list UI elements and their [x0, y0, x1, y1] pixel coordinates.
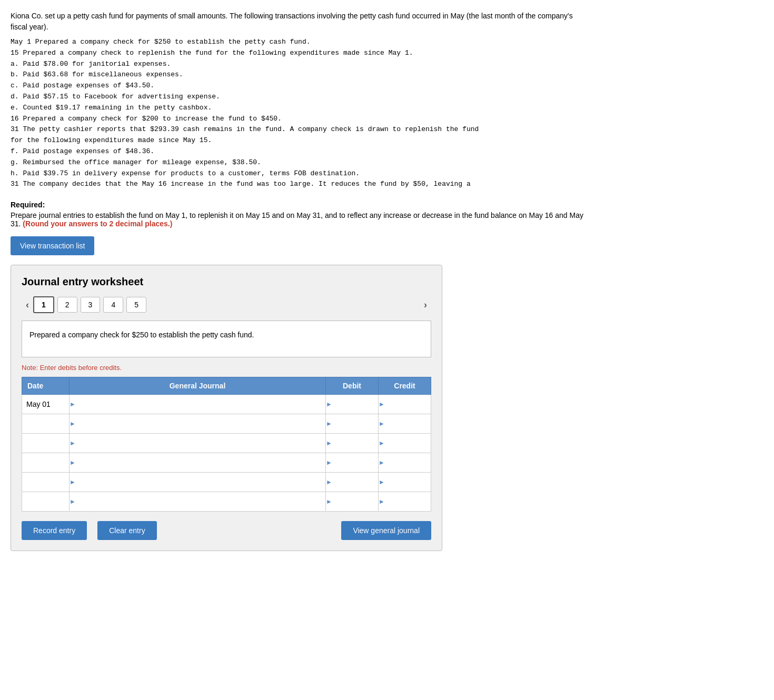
credit-cell-6[interactable]: ►	[379, 492, 431, 512]
arrow-debit-icon-1: ►	[326, 401, 332, 408]
debit-cell-4[interactable]: ►	[326, 453, 379, 473]
debit-cell-2[interactable]: ►	[326, 414, 379, 434]
clear-entry-button[interactable]: Clear entry	[97, 521, 156, 540]
arrow-credit-icon-5: ►	[379, 478, 385, 486]
view-transaction-button[interactable]: View transaction list	[11, 236, 94, 255]
round-note: (Round your answers to 2 decimal places.…	[23, 219, 172, 228]
entry-input-1[interactable]	[78, 395, 325, 414]
required-text: Prepare journal entries to establish the…	[11, 211, 590, 228]
credit-input-2[interactable]	[387, 414, 431, 433]
entry-input-6[interactable]	[78, 492, 325, 511]
transaction-line-5: c. Paid postage expenses of $43.50.	[11, 81, 590, 92]
entry-cell-1[interactable]: ►	[70, 395, 326, 414]
intro-text: Kiona Co. set up a petty cash fund for p…	[11, 11, 590, 33]
transaction-line-10: for the following expenditures made sinc…	[11, 135, 590, 146]
credit-cell-1[interactable]: ►	[379, 395, 431, 414]
credit-input-3[interactable]	[387, 434, 431, 453]
entry-description: Prepared a company check for $250 to est…	[22, 321, 431, 357]
arrow-credit-icon-2: ►	[379, 420, 385, 427]
table-row: ► ► ►	[22, 492, 431, 512]
credit-cell-3[interactable]: ►	[379, 434, 431, 453]
tab-button-3[interactable]: 3	[81, 297, 101, 313]
table-row: ► ► ►	[22, 473, 431, 492]
arrow-debit-icon-3: ►	[326, 439, 332, 447]
arrow-debit-icon-4: ►	[326, 459, 332, 466]
col-header-credit: Credit	[379, 377, 431, 395]
entry-cell-3[interactable]: ►	[70, 434, 326, 453]
entry-cell-6[interactable]: ►	[70, 492, 326, 512]
debit-input-1[interactable]	[334, 395, 378, 414]
arrow-debit-icon-6: ►	[326, 498, 332, 505]
col-header-general-journal: General Journal	[70, 377, 326, 395]
col-header-debit: Debit	[326, 377, 379, 395]
arrow-debit-icon-5: ►	[326, 478, 332, 486]
journal-table: Date General Journal Debit Credit May 01…	[22, 377, 431, 512]
tab-next-arrow[interactable]: ›	[420, 297, 431, 313]
tab-button-4[interactable]: 4	[103, 297, 123, 313]
tab-button-5[interactable]: 5	[126, 297, 146, 313]
debit-input-3[interactable]	[334, 434, 378, 453]
credit-cell-4[interactable]: ►	[379, 453, 431, 473]
transaction-line-14: 31 The company decides that the May 16 i…	[11, 179, 590, 190]
tab-prev-arrow[interactable]: ‹	[22, 297, 33, 313]
debit-cell-3[interactable]: ►	[326, 434, 379, 453]
arrow-credit-icon-6: ►	[379, 498, 385, 505]
debit-cell-6[interactable]: ►	[326, 492, 379, 512]
record-entry-button[interactable]: Record entry	[22, 521, 87, 540]
transaction-line-7: e. Counted $19.17 remaining in the petty…	[11, 103, 590, 114]
debit-cell-5[interactable]: ►	[326, 473, 379, 492]
arrow-icon-3: ►	[70, 439, 76, 447]
transaction-line-12: g. Reimbursed the office manager for mil…	[11, 157, 590, 168]
entry-input-2[interactable]	[78, 414, 325, 433]
debit-input-6[interactable]	[334, 492, 378, 511]
transaction-line-8: 16 Prepared a company check for $200 to …	[11, 114, 590, 125]
worksheet-title: Journal entry worksheet	[22, 276, 431, 288]
col-header-date: Date	[22, 377, 70, 395]
credit-input-4[interactable]	[387, 453, 431, 472]
entry-cell-2[interactable]: ►	[70, 414, 326, 434]
arrow-debit-icon-2: ►	[326, 420, 332, 427]
date-cell-1: May 01	[22, 395, 70, 414]
transaction-line-1: May 1 Prepared a company check for $250 …	[11, 37, 590, 48]
arrow-icon-1: ►	[70, 401, 76, 408]
date-cell-5	[22, 473, 70, 492]
date-cell-6	[22, 492, 70, 512]
transaction-line-13: h. Paid $39.75 in delivery expense for p…	[11, 168, 590, 179]
arrow-icon-5: ►	[70, 478, 76, 486]
debit-input-2[interactable]	[334, 414, 378, 433]
tab-button-1[interactable]: 1	[33, 296, 54, 313]
transaction-line-9: 31 The petty cashier reports that $293.3…	[11, 124, 590, 135]
entry-cell-4[interactable]: ►	[70, 453, 326, 473]
arrow-credit-icon-1: ►	[379, 401, 385, 408]
debit-cell-1[interactable]: ►	[326, 395, 379, 414]
entry-input-3[interactable]	[78, 434, 325, 453]
required-section: Required: Prepare journal entries to est…	[11, 201, 590, 228]
date-cell-3	[22, 434, 70, 453]
table-row: ► ► ►	[22, 453, 431, 473]
transaction-line-3: a. Paid $78.00 for janitorial expenses.	[11, 59, 590, 70]
credit-input-5[interactable]	[387, 473, 431, 492]
credit-cell-2[interactable]: ►	[379, 414, 431, 434]
credit-input-6[interactable]	[387, 492, 431, 511]
date-cell-4	[22, 453, 70, 473]
arrow-icon-6: ►	[70, 498, 76, 505]
transaction-line-11: f. Paid postage expenses of $48.36.	[11, 146, 590, 157]
note-text: Note: Enter debits before credits.	[22, 364, 431, 372]
transaction-line-4: b. Paid $63.68 for miscellaneous expense…	[11, 69, 590, 81]
required-label: Required:	[11, 201, 590, 209]
debit-input-4[interactable]	[334, 453, 378, 472]
entry-cell-5[interactable]: ►	[70, 473, 326, 492]
action-buttons: Record entry Clear entry View general jo…	[22, 521, 431, 540]
entry-input-5[interactable]	[78, 473, 325, 492]
credit-cell-5[interactable]: ►	[379, 473, 431, 492]
transaction-line-2: 15 Prepared a company check to replenish…	[11, 48, 590, 59]
view-general-journal-button[interactable]: View general journal	[341, 521, 431, 540]
table-row: ► ► ►	[22, 434, 431, 453]
transactions-block: May 1 Prepared a company check for $250 …	[11, 37, 590, 190]
worksheet-container: Journal entry worksheet ‹ 1 2 3 4 5 › Pr…	[11, 265, 442, 551]
tab-button-2[interactable]: 2	[57, 297, 77, 313]
debit-input-5[interactable]	[334, 473, 378, 492]
arrow-credit-icon-3: ►	[379, 439, 385, 447]
entry-input-4[interactable]	[78, 453, 325, 472]
credit-input-1[interactable]	[387, 395, 431, 414]
